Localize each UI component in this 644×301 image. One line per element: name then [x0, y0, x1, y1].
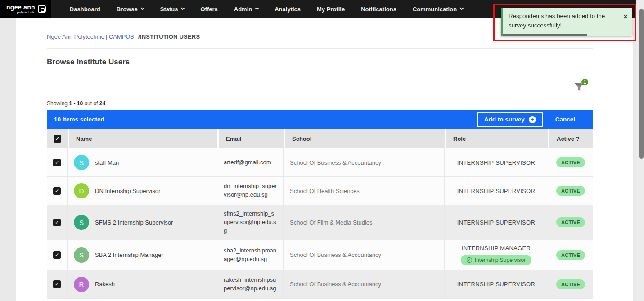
- nav-item-offers[interactable]: Offers: [200, 6, 217, 13]
- user-name: DN Internship Supervisor: [95, 188, 160, 194]
- nav-item-label: Offers: [200, 6, 217, 13]
- status-badge: ACTIVE: [556, 186, 585, 196]
- row-checkbox[interactable]: ✓: [53, 251, 61, 259]
- nav-separator: [56, 3, 56, 15]
- user-school: School Of Health Sciences: [290, 188, 360, 194]
- user-name: SBA 2 Internship Manager: [95, 252, 163, 258]
- column-header-school: School: [284, 129, 445, 148]
- table-row: ✓ S staff Man artedf@gmail.com School Of…: [47, 148, 593, 177]
- email-cell: artedf@gmail.com: [217, 148, 284, 176]
- school-cell: School Of Business & Accountancy: [284, 270, 445, 298]
- row-checkbox[interactable]: ✓: [53, 187, 61, 195]
- user-school: School Of Business & Accountancy: [290, 252, 381, 258]
- summary-range: 1 - 10: [69, 100, 83, 107]
- cancel-button[interactable]: Cancel: [555, 116, 575, 123]
- nav-item-label: Browse: [117, 6, 138, 13]
- divider: [47, 48, 593, 49]
- user-role: INTERNSHIP MANAGER: [462, 245, 531, 252]
- table-row: ✓ D DN Internship Supervisor dn_internsh…: [47, 177, 593, 205]
- name-cell: S staff Man: [68, 148, 217, 176]
- close-icon[interactable]: ✕: [623, 12, 628, 22]
- nav-item-analytics[interactable]: Analytics: [275, 6, 301, 13]
- filter-button[interactable]: 1: [573, 81, 587, 93]
- nav-item-label: Communication: [413, 6, 457, 13]
- row-checkbox[interactable]: ✓: [53, 280, 61, 288]
- np-logo-icon: [38, 5, 46, 13]
- chevron-down-icon: [255, 6, 259, 10]
- nav-item-label: Status: [160, 6, 178, 13]
- page-scrollbar-track[interactable]: [636, 0, 644, 301]
- user-role: INTERNSHIP SUPERVISOR: [457, 188, 535, 194]
- school-cell: School Of Business & Accountancy: [284, 148, 445, 176]
- active-cell: ACTIVE: [548, 205, 593, 240]
- row-checkbox[interactable]: ✓: [53, 219, 61, 226]
- name-cell: S SBA 2 Internship Manager: [68, 240, 217, 270]
- role-cell: INTERNSHIP SUPERVISOR: [445, 148, 548, 176]
- table-row: ✓ S SBA 2 Internship Manager sba2_intern…: [47, 240, 593, 270]
- nav-item-my-profile[interactable]: My Profile: [317, 6, 345, 13]
- school-cell: School Of Health Sciences: [284, 177, 445, 205]
- breadcrumb-current: /INSTITUTION USERS: [138, 33, 200, 40]
- filter-count-badge: 1: [581, 78, 589, 86]
- user-school: School Of Film & Media Studies: [290, 219, 373, 226]
- row-checkbox-cell: ✓: [47, 205, 68, 240]
- column-header-name: Name: [68, 129, 217, 148]
- summary-total: 24: [99, 100, 105, 107]
- user-email: artedf@gmail.com: [224, 158, 271, 167]
- column-header-email: Email: [217, 129, 284, 148]
- button-divider: [549, 114, 549, 125]
- status-badge: ACTIVE: [556, 217, 585, 227]
- add-to-survey-label: Add to survey: [484, 116, 525, 123]
- selected-count-text: 10 items selected: [54, 116, 477, 123]
- table-body: ✓ S staff Man artedf@gmail.com School Of…: [47, 148, 593, 299]
- filter-row: 1: [47, 74, 593, 100]
- chevron-down-icon: [181, 6, 185, 10]
- row-checkbox-cell: ✓: [47, 148, 68, 176]
- row-checkbox-cell: ✓: [47, 177, 68, 205]
- nav-item-admin[interactable]: Admin: [234, 6, 258, 13]
- nav-item-browse[interactable]: Browse: [117, 6, 144, 13]
- select-all-checkbox[interactable]: ✓: [54, 135, 61, 143]
- toast-progress-bar: [503, 34, 587, 36]
- nav-item-dashboard[interactable]: Dashboard: [70, 6, 100, 13]
- active-cell: ACTIVE: [548, 148, 593, 176]
- name-cell: R Rakesh: [68, 270, 217, 298]
- page-title: Browse Institute Users: [47, 58, 593, 67]
- nav-item-status[interactable]: Status: [160, 6, 185, 13]
- np-logo[interactable]: ngee ann polytechnic: [0, 0, 51, 18]
- logo-line2: polytechnic: [17, 11, 35, 14]
- email-cell: sfms2_internship_supervisor@np.edu.sg: [217, 205, 284, 240]
- nav-item-communication[interactable]: Communication: [413, 6, 463, 13]
- nav-item-label: Dashboard: [70, 6, 100, 13]
- active-cell: ACTIVE: [548, 177, 593, 205]
- nav-item-label: Analytics: [275, 6, 301, 13]
- row-checkbox[interactable]: ✓: [53, 159, 61, 166]
- role-cell: INTERNSHIP SUPERVISOR: [445, 205, 548, 240]
- toast-message: Respondents has been added to the survey…: [509, 13, 605, 29]
- nav-item-notifications[interactable]: Notifications: [361, 6, 396, 13]
- header-checkbox-cell: ✓: [47, 129, 68, 148]
- np-logo-text: ngee ann polytechnic: [6, 4, 35, 14]
- main-content: Ngee Ann Polytechnic | CAMPUS /INSTITUTI…: [16, 18, 633, 301]
- user-email: sfms2_internship_supervisor@np.edu.sg: [224, 210, 277, 235]
- column-header-role: Role: [445, 129, 548, 148]
- results-summary: Showing 1 - 10 out of 24: [47, 100, 593, 107]
- page-scrollbar-thumb[interactable]: [639, 9, 644, 159]
- avatar: R: [74, 277, 89, 292]
- avatar: S: [74, 215, 89, 230]
- status-badge: ACTIVE: [556, 250, 585, 260]
- school-cell: School Of Business & Accountancy: [284, 240, 445, 270]
- email-cell: dn_internship_supervisor@np.edu.sg: [217, 177, 284, 205]
- row-checkbox-cell: ✓: [47, 240, 68, 270]
- status-badge: ACTIVE: [556, 279, 585, 289]
- nav-item-label: My Profile: [317, 6, 345, 13]
- email-cell: rakesh_internshipsupervisor@np.edu.sg: [217, 270, 284, 298]
- sub-role-badge: ✓ Internship Supervisor: [461, 255, 531, 265]
- role-cell: INTERNSHIP SUPERVISOR: [445, 270, 548, 298]
- active-cell: ACTIVE: [548, 270, 593, 298]
- sub-role-label: Internship Supervisor: [475, 257, 526, 263]
- add-to-survey-button[interactable]: Add to survey +: [477, 112, 543, 127]
- table-row: ✓ R Rakesh rakesh_internshipsupervisor@n…: [47, 270, 593, 299]
- user-email: dn_internship_supervisor@np.edu.sg: [224, 182, 277, 199]
- breadcrumb-link[interactable]: Ngee Ann Polytechnic | CAMPUS: [47, 33, 134, 40]
